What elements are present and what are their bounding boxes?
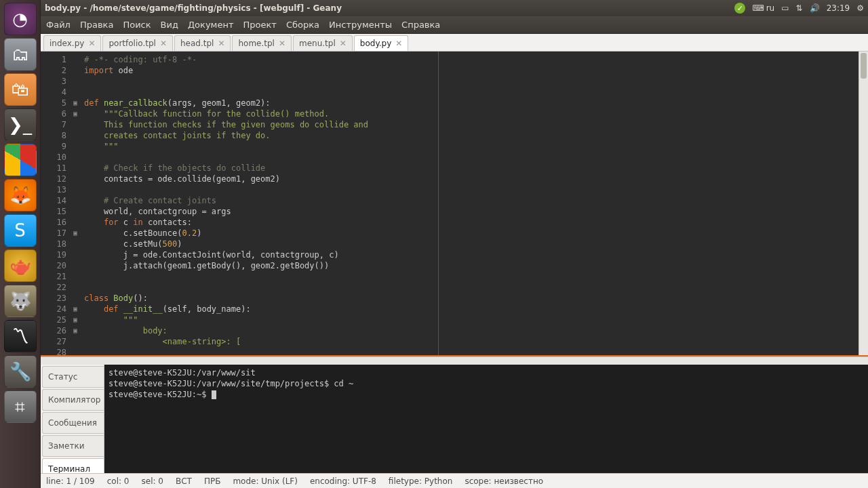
dash-icon[interactable]: ◔ xyxy=(4,3,37,35)
status-insert: ВСТ xyxy=(176,476,192,486)
status-scope: scope: неизвестно xyxy=(465,476,543,486)
menu-сборка[interactable]: Сборка xyxy=(286,20,319,30)
bottom-tab-Заметки[interactable]: Заметки xyxy=(42,435,104,457)
firefox-icon[interactable]: 🦊 xyxy=(4,179,37,211)
bottom-pane: СтатусКомпиляторСообщенияЗаметкиТерминал… xyxy=(41,365,868,473)
tab-head-tpl[interactable]: head.tpl✕ xyxy=(174,35,231,51)
keyboard-layout-indicator[interactable]: ⌨ ru xyxy=(752,3,774,13)
app-icon[interactable]: 🫖 xyxy=(4,249,37,282)
tab-label: index.py xyxy=(50,39,84,48)
status-bar: line: 1 / 109 col: 0 sel: 0 ВСТ ПРБ mode… xyxy=(41,473,868,488)
menubar: ФайлПравкаПоискВидДокументПроектСборкаИн… xyxy=(41,16,868,34)
unity-launcher: ◔ 🗂 🛍 ❯_ 🦊 S 🫖 🐺 〽 🔧 ⌗ xyxy=(0,0,41,488)
fold-gutter[interactable]: ▣▣▣▣▣▣ xyxy=(71,52,80,355)
chrome-icon[interactable] xyxy=(4,144,37,176)
bottom-tab-Статус[interactable]: Статус xyxy=(42,366,104,388)
menu-справка[interactable]: Справка xyxy=(401,20,440,30)
menu-поиск[interactable]: Поиск xyxy=(123,20,151,30)
status-col: col: 0 xyxy=(107,476,130,486)
bottom-tab-Сообщения[interactable]: Сообщения xyxy=(42,412,104,434)
tab-label: home.tpl xyxy=(238,39,275,48)
update-indicator-icon[interactable]: ✓ xyxy=(734,3,745,14)
menu-правка[interactable]: Правка xyxy=(80,20,113,30)
code-editor[interactable]: # -*- coding: utf-8 -*-import ode def ne… xyxy=(80,52,859,355)
clock[interactable]: 23:19 xyxy=(827,3,850,13)
menu-вид[interactable]: Вид xyxy=(161,20,178,30)
top-panel: body.py - /home/steve/game/fighting/phys… xyxy=(41,0,868,16)
line-number-gutter: 1234567891011121314151617181920212223242… xyxy=(41,52,71,355)
tab-home-tpl[interactable]: home.tpl✕ xyxy=(232,35,292,51)
files-icon[interactable]: 🗂 xyxy=(4,38,37,70)
menu-документ[interactable]: Документ xyxy=(188,20,234,30)
close-icon[interactable]: ✕ xyxy=(160,39,167,48)
status-space: ПРБ xyxy=(204,476,221,486)
network-icon[interactable]: ⇅ xyxy=(796,3,803,13)
status-encoding: encoding: UTF-8 xyxy=(310,476,376,486)
ruler-line xyxy=(438,52,439,355)
embedded-terminal[interactable]: steve@steve-K52JU:/var/www/sitsteve@stev… xyxy=(104,365,868,473)
tab-label: menu.tpl xyxy=(299,39,336,48)
bottom-tab-Компилятор[interactable]: Компилятор xyxy=(42,389,104,411)
session-icon[interactable]: ⚙ xyxy=(856,3,864,13)
status-filetype: filetype: Python xyxy=(389,476,453,486)
vertical-scrollbar[interactable] xyxy=(859,52,868,355)
close-icon[interactable]: ✕ xyxy=(218,39,224,48)
settings-icon[interactable]: 🔧 xyxy=(4,355,37,388)
battery-icon[interactable]: ▭ xyxy=(781,3,789,13)
tab-label: portfolio.tpl xyxy=(108,39,155,48)
close-icon[interactable]: ✕ xyxy=(279,39,285,48)
status-mode: mode: Unix (LF) xyxy=(233,476,297,486)
status-line: line: 1 / 109 xyxy=(46,476,95,486)
software-center-icon[interactable]: 🛍 xyxy=(4,73,37,106)
editor-area: 1234567891011121314151617181920212223242… xyxy=(41,52,868,357)
status-sel: sel: 0 xyxy=(142,476,163,486)
close-icon[interactable]: ✕ xyxy=(395,39,402,48)
menu-файл[interactable]: Файл xyxy=(46,20,71,30)
gimp-icon[interactable]: 🐺 xyxy=(4,285,37,317)
calculator-icon[interactable]: ⌗ xyxy=(4,390,37,423)
bottom-pane-tabs: СтатусКомпиляторСообщенияЗаметкиТерминал xyxy=(41,365,104,473)
tab-body-py[interactable]: body.py✕ xyxy=(354,35,409,51)
tab-menu-tpl[interactable]: menu.tpl✕ xyxy=(293,35,353,51)
system-monitor-icon[interactable]: 〽 xyxy=(4,320,37,352)
terminal-icon[interactable]: ❯_ xyxy=(4,108,37,141)
document-tab-bar: index.py✕portfolio.tpl✕head.tpl✕home.tpl… xyxy=(41,34,868,52)
tab-label: body.py xyxy=(360,39,392,48)
menu-инструменты[interactable]: Инструменты xyxy=(329,20,392,30)
window-title: body.py - /home/steve/game/fighting/phys… xyxy=(45,3,342,13)
horizontal-scrollbar[interactable] xyxy=(41,357,868,365)
tab-label: head.tpl xyxy=(180,39,214,48)
tab-portfolio-tpl[interactable]: portfolio.tpl✕ xyxy=(102,35,173,51)
skype-icon[interactable]: S xyxy=(4,214,37,247)
menu-проект[interactable]: Проект xyxy=(243,20,277,30)
tab-index-py[interactable]: index.py✕ xyxy=(43,35,101,51)
close-icon[interactable]: ✕ xyxy=(340,39,347,48)
close-icon[interactable]: ✕ xyxy=(88,39,95,48)
sound-icon[interactable]: 🔊 xyxy=(810,3,820,13)
